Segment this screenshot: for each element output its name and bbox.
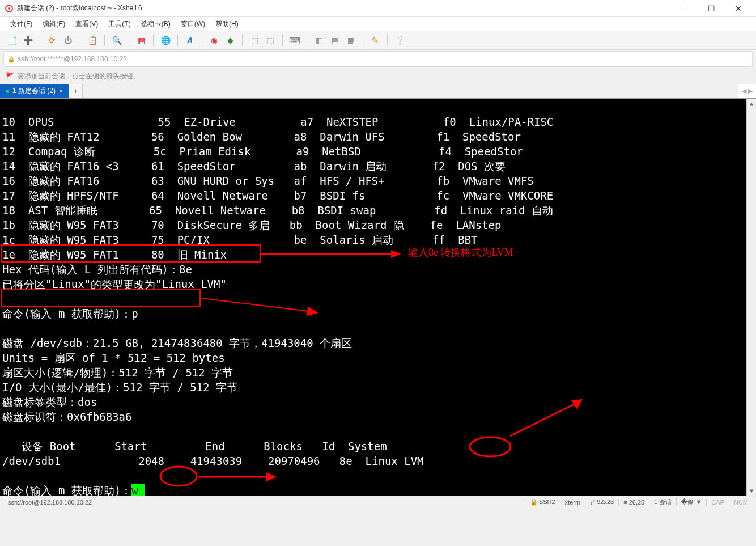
search-icon[interactable]: 🔍 <box>111 34 123 46</box>
menu-view[interactable]: 查看(V) <box>71 18 103 30</box>
xftp-icon[interactable]: ◆ <box>224 34 236 46</box>
terminal-scrollbar[interactable]: ▲ ▼ <box>746 99 756 496</box>
help-icon[interactable]: ❔ <box>393 34 406 46</box>
new-session-icon[interactable]: 📄 <box>6 34 18 46</box>
menu-bar: 文件(F) 编辑(E) 查看(V) 工具(T) 选项卡(B) 窗口(W) 帮助(… <box>0 17 756 31</box>
tab-status-dot <box>6 90 9 93</box>
svg-line-9 <box>510 404 575 436</box>
svg-point-1 <box>8 7 10 10</box>
toolbar: 📄 ➕ ⟳ ⏻ 📋 🔍 ▦ 🌐 A ◉ ◆ ⬚ ⬚ ⌨ ▥ ▤ ▦ ✎ ❔ <box>0 31 756 50</box>
status-position: ≡ 26,25 <box>618 499 649 506</box>
annotation-ellipse-w <box>159 465 198 488</box>
script2-icon[interactable]: ⬚ <box>264 34 277 46</box>
flag-icon: 🚩 <box>6 72 14 80</box>
address-bar[interactable]: 🔒 ssh://root:******@192.168.100.10:22 <box>3 51 753 67</box>
svg-marker-13 <box>266 472 277 481</box>
menu-edit[interactable]: 编辑(E) <box>38 18 70 30</box>
lock-icon: 🔒 <box>7 56 15 63</box>
svg-point-11 <box>160 467 197 486</box>
scroll-up-icon[interactable]: ▲ <box>747 99 756 108</box>
hint-text: 要添加当前会话，点击左侧的箭头按钮。 <box>18 71 140 81</box>
maximize-button[interactable]: ☐ <box>698 0 724 17</box>
menu-tools[interactable]: 工具(T) <box>104 18 135 30</box>
tab-nav-arrows[interactable]: ◀ ▶ <box>738 84 756 98</box>
disconnect-icon[interactable]: ⏻ <box>62 34 74 46</box>
annotation-arrow-1 <box>261 244 402 264</box>
minimize-button[interactable]: ─ <box>671 0 697 17</box>
keyboard-icon[interactable]: ⌨ <box>288 34 301 46</box>
font-icon[interactable]: A <box>184 34 196 46</box>
window-title: 新建会话 (2) - root@localhost:~ - Xshell 6 <box>17 3 671 13</box>
menu-file[interactable]: 文件(F) <box>6 18 37 30</box>
annotation-arrow-4 <box>198 470 278 484</box>
annotation-ellipse-lvm <box>468 435 512 458</box>
scroll-down-icon[interactable]: ▼ <box>747 486 756 496</box>
status-protocol: 🔒SSH2 <box>525 498 560 506</box>
tile3-icon[interactable]: ▦ <box>345 34 357 46</box>
tile1-icon[interactable]: ▥ <box>313 34 325 46</box>
close-button[interactable]: ✕ <box>725 0 751 17</box>
highlight-icon[interactable]: ✎ <box>369 34 381 46</box>
annotation-text: 输入8e 转换格式为LVM <box>408 245 513 260</box>
svg-marker-7 <box>306 307 318 316</box>
svg-marker-10 <box>571 399 583 409</box>
status-num: NUM <box>729 499 753 506</box>
menu-help[interactable]: 帮助(H) <box>211 18 243 30</box>
annotation-box-2 <box>1 289 202 308</box>
script-icon[interactable]: ⬚ <box>248 34 261 46</box>
new-tab-button[interactable]: + <box>69 84 83 98</box>
svg-rect-5 <box>2 289 200 306</box>
svg-line-6 <box>202 298 309 311</box>
xagent-icon[interactable]: ◉ <box>208 34 220 46</box>
globe-icon[interactable]: 🌐 <box>159 34 172 46</box>
tab-label: 1 新建会话 (2) <box>12 86 56 96</box>
tab-close-icon[interactable]: × <box>59 87 63 95</box>
address-text: ssh://root:******@192.168.100.10:22 <box>18 55 127 63</box>
status-bar: ssh://root@192.168.100.10:22 🔒SSH2 xterm… <box>0 496 756 508</box>
status-link: �條 ▼ <box>676 498 706 506</box>
tab-bar: 1 新建会话 (2) × + ◀ ▶ <box>0 84 756 99</box>
status-size: ⇄ 92x26 <box>585 498 618 506</box>
terminal[interactable]: 10 OPUS 55 EZ-Drive a7 NeXTSTEP f0 Linux… <box>0 99 756 496</box>
session-tab[interactable]: 1 新建会话 (2) × <box>0 84 69 98</box>
title-bar: 新建会话 (2) - root@localhost:~ - Xshell 6 ─… <box>0 0 756 17</box>
cursor: w <box>131 484 138 496</box>
status-caps: CAP <box>706 499 729 506</box>
menu-tab[interactable]: 选项卡(B) <box>137 18 175 30</box>
layout-icon[interactable]: ▦ <box>135 34 147 46</box>
lock-icon-status: 🔒 <box>530 498 538 505</box>
app-icon <box>5 4 14 13</box>
window-buttons: ─ ☐ ✕ <box>671 0 751 17</box>
reconnect-icon[interactable]: ⟳ <box>46 34 58 46</box>
copy-icon[interactable]: 📋 <box>86 34 99 46</box>
add-icon[interactable]: ➕ <box>22 34 34 46</box>
status-sessions: 1 会话 <box>649 498 676 506</box>
svg-point-8 <box>470 437 511 456</box>
menu-window[interactable]: 窗口(W) <box>176 18 210 30</box>
hint-bar: 🚩 要添加当前会话，点击左侧的箭头按钮。 <box>0 68 756 84</box>
status-termtype: xterm <box>560 499 585 506</box>
svg-marker-4 <box>391 250 401 258</box>
annotation-arrow-2 <box>202 289 321 317</box>
tile2-icon[interactable]: ▤ <box>329 34 341 46</box>
annotation-arrow-3 <box>510 399 584 439</box>
status-connection: ssh://root@192.168.100.10:22 <box>3 499 525 506</box>
